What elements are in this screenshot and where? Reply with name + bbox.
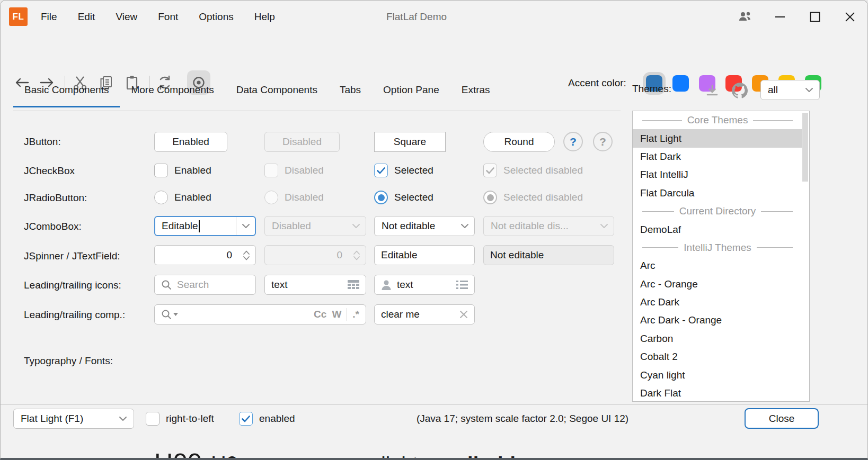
theme-item-flat-light[interactable]: Flat Light <box>633 129 802 147</box>
spinner-value[interactable]: 0 <box>155 249 237 261</box>
checkbox-selected-disabled: Selected disabled <box>483 164 583 177</box>
theme-item-arc[interactable]: Arc <box>633 257 802 275</box>
icons-row-label: Leading/trailing icons: <box>24 279 121 291</box>
flatlaf-demo-window: FL File Edit View Font Options Help Flat… <box>0 0 868 460</box>
textfield-value: Not editable <box>490 249 544 261</box>
themes-bar: Themes: all <box>632 80 857 111</box>
scrollbar-thumb[interactable] <box>802 113 808 182</box>
spinner[interactable]: 0 <box>154 245 256 265</box>
chevron-down-icon <box>805 87 813 93</box>
search-input[interactable]: Search <box>154 275 256 295</box>
combobox-not-editable[interactable]: Not editable <box>374 216 475 236</box>
search-options: Cc W .* <box>314 308 359 321</box>
github-icon[interactable] <box>732 83 748 98</box>
radio-enabled[interactable]: Enabled <box>154 191 211 204</box>
system-info-text: (Java 17; system scale factor 2.0; Segoe… <box>417 409 628 429</box>
radio-label: Disabled <box>285 192 324 203</box>
jcombobox-row-label: JComboBox: <box>24 221 82 232</box>
basic-components-panel: JButton: Enabled Disabled Square Round ?… <box>1 111 621 403</box>
round-button[interactable]: Round <box>483 132 555 152</box>
rtl-checkbox[interactable]: right-to-left <box>146 412 214 426</box>
maximize-button[interactable] <box>798 1 832 33</box>
radio-selected[interactable]: Selected <box>374 191 433 204</box>
tab-tabs[interactable]: Tabs <box>329 80 372 107</box>
theme-list-scrollbar[interactable] <box>802 112 809 402</box>
theme-item-cyan-light[interactable]: Cyan light <box>633 366 802 384</box>
theme-item-flat-intellij[interactable]: Flat IntelliJ <box>633 166 802 184</box>
whole-word-button[interactable]: W <box>332 309 341 320</box>
regex-button[interactable]: .* <box>352 309 359 320</box>
search-dropdown-icon[interactable] <box>161 309 178 320</box>
theme-group-separator: IntelliJ Themes <box>633 239 802 257</box>
combobox-disabled: Disabled <box>264 216 366 236</box>
theme-item-flat-dark[interactable]: Flat Dark <box>633 148 802 166</box>
menu-view[interactable]: View <box>116 11 137 23</box>
theme-item-arc-dark-orange[interactable]: Arc Dark - Orange <box>633 311 802 329</box>
tab-data-components[interactable]: Data Components <box>225 80 329 107</box>
users-icon[interactable] <box>728 1 763 33</box>
theme-item-demolaf[interactable]: DemoLaf <box>633 220 802 238</box>
theme-group-separator: Current Directory <box>633 202 802 220</box>
disabled-button: Disabled <box>264 132 340 152</box>
enabled-button[interactable]: Enabled <box>154 132 227 152</box>
list-icon <box>456 280 468 290</box>
theme-item-carbon[interactable]: Carbon <box>633 330 802 348</box>
window-controls <box>728 1 867 33</box>
comp-row-label: Leading/trailing comp.: <box>24 309 125 321</box>
radio-selected-icon <box>483 191 497 204</box>
menu-edit[interactable]: Edit <box>78 11 95 23</box>
combobox-editable[interactable]: Editable <box>154 216 256 236</box>
theme-filter-combobox[interactable]: all <box>760 80 820 100</box>
match-case-button[interactable]: Cc <box>314 309 326 320</box>
clear-icon[interactable] <box>459 310 468 319</box>
search-with-options-input[interactable]: Cc W .* <box>154 304 366 324</box>
close-button-window[interactable] <box>832 1 867 33</box>
tab-option-pane[interactable]: Option Pane <box>372 80 450 107</box>
lookandfeel-combobox[interactable]: Flat Light (F1) <box>13 409 134 429</box>
text-input-user-list[interactable]: text <box>374 275 475 295</box>
theme-item-flat-darcula[interactable]: Flat Darcula <box>633 184 802 202</box>
menu-font[interactable]: Font <box>158 11 178 23</box>
menu-options[interactable]: Options <box>199 11 233 23</box>
theme-item-arc-orange[interactable]: Arc - Orange <box>633 275 802 293</box>
checkbox-selected[interactable]: Selected <box>374 164 433 177</box>
tab-more-components[interactable]: More Components <box>120 80 225 107</box>
enabled-checkbox[interactable]: enabled <box>239 412 295 426</box>
tab-extras[interactable]: Extras <box>450 80 501 107</box>
textfield-editable[interactable]: Editable <box>374 245 475 265</box>
textfield-not-editable: Not editable <box>483 245 614 265</box>
checkbox-icon <box>146 412 160 426</box>
toolbar: Accent color: <box>1 33 867 67</box>
tab-basic-components[interactable]: Basic Components <box>13 80 120 107</box>
help-button[interactable]: ? <box>563 132 583 151</box>
theme-filter-value: all <box>768 84 778 96</box>
theme-item-arc-dark[interactable]: Arc Dark <box>633 293 802 311</box>
square-button[interactable]: Square <box>374 132 446 152</box>
theme-list: Core Themes Flat Light Flat Dark Flat In… <box>632 111 810 402</box>
chevron-down-icon[interactable] <box>236 217 255 235</box>
text-input-table[interactable]: text <box>264 275 366 295</box>
radio-label: Selected <box>394 192 433 203</box>
theme-group-separator: Core Themes <box>633 111 802 129</box>
download-theme-icon[interactable] <box>705 84 719 98</box>
menu-help[interactable]: Help <box>254 11 275 23</box>
radio-disabled: Disabled <box>264 191 324 204</box>
text-value: text <box>397 279 451 291</box>
title-bar: FL File Edit View Font Options Help Flat… <box>1 1 867 33</box>
spinner-buttons[interactable] <box>237 246 255 265</box>
theme-item-cobalt-2[interactable]: Cobalt 2 <box>633 348 802 366</box>
menu-file[interactable]: File <box>41 11 57 23</box>
spinner-disabled: 0 <box>264 245 366 265</box>
chevron-down-icon[interactable] <box>455 217 474 236</box>
help-button-disabled: ? <box>593 132 613 151</box>
theme-item-dark-flat[interactable]: Dark Flat <box>633 384 802 402</box>
close-button[interactable]: Close <box>745 408 819 429</box>
checkbox-label: Disabled <box>285 165 324 176</box>
clearable-input[interactable]: clear me <box>374 304 475 324</box>
minimize-button[interactable] <box>763 1 798 33</box>
checkbox-checked-icon <box>374 164 388 177</box>
checkbox-enabled[interactable]: Enabled <box>154 164 211 177</box>
checkbox-label: Selected disabled <box>503 165 583 176</box>
window-title: FlatLaf Demo <box>386 1 447 33</box>
text-caret <box>199 220 200 232</box>
